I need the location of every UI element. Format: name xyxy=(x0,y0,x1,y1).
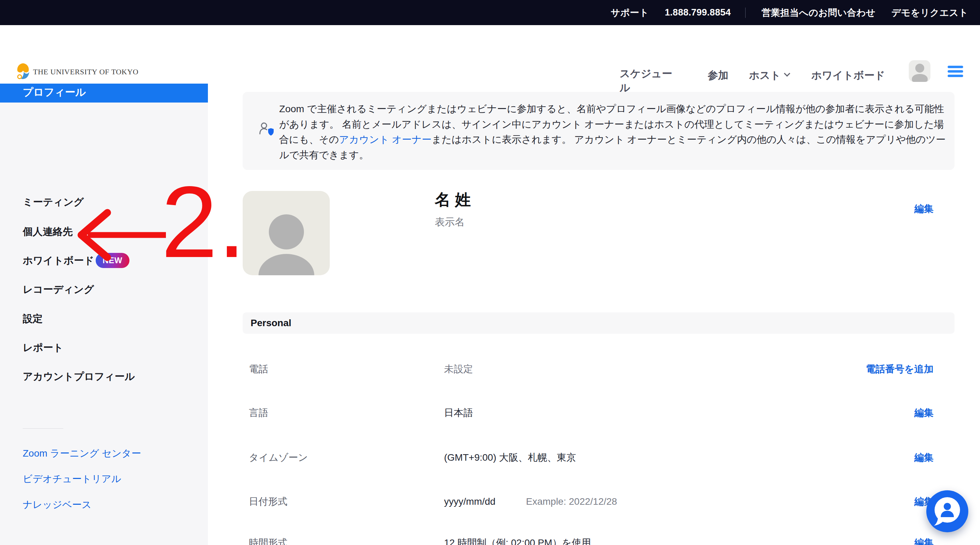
nav-host[interactable]: ホスト xyxy=(749,68,789,83)
hamburger-menu-icon[interactable] xyxy=(948,66,963,79)
sidebar-item-recordings[interactable]: レコーディング xyxy=(23,283,94,296)
sidebar-item-profile[interactable]: プロフィール xyxy=(0,84,208,103)
table-row-language: 言語 日本語 編集 xyxy=(0,406,980,420)
university-logo-text: THE UNIVERSITY OF TOKYO xyxy=(33,67,138,76)
account-owner-link[interactable]: アカウント オーナー xyxy=(339,134,432,145)
sidebar-divider xyxy=(23,428,63,429)
new-badge: NEW xyxy=(96,253,129,268)
top-utility-links: サポート 1.888.799.8854 営業担当へのお問い合わせ デモをリクエス… xyxy=(611,0,968,25)
table-row-timezone: タイムゾーン (GMT+9:00) 大阪、札幌、東京 編集 xyxy=(0,451,980,464)
support-chat-button[interactable] xyxy=(926,490,968,532)
row-label: 時間形式 xyxy=(249,536,288,545)
hamburger-bar xyxy=(948,66,963,68)
row-label: 言語 xyxy=(249,406,268,420)
add-phone-button[interactable]: 電話番号を追加 xyxy=(866,362,934,376)
row-value: yyyy/mm/dd xyxy=(444,495,495,508)
chevron-down-icon xyxy=(784,70,790,76)
row-label: 電話 xyxy=(249,362,268,376)
row-label: タイムゾーン xyxy=(249,451,308,464)
avatar-person-body xyxy=(259,254,314,275)
nav-join[interactable]: 参加 xyxy=(708,68,729,83)
chat-bubble-person-icon xyxy=(926,490,968,532)
sidebar-item-contacts[interactable]: 個人連絡先 xyxy=(23,225,73,238)
row-value: 未設定 xyxy=(444,362,473,376)
row-value: 12 時間制（例: 02:00 PM）を使用 xyxy=(444,536,591,545)
user-avatar[interactable] xyxy=(909,60,931,82)
row-value: 日本語 xyxy=(444,406,473,420)
profile-visibility-banner: Zoom で主催されるミーティングまたはウェビナーに参加すると、名前やプロフィー… xyxy=(243,92,955,170)
banner-text: Zoom で主催されるミーティングまたはウェビナーに参加すると、名前やプロフィー… xyxy=(279,101,946,162)
sidebar-item-meetings[interactable]: ミーティング xyxy=(23,195,84,209)
avatar-person-icon xyxy=(915,64,924,73)
table-row-phone: 電話 未設定 電話番号を追加 xyxy=(0,362,980,376)
request-demo-link[interactable]: デモをリクエスト xyxy=(891,6,968,19)
edit-timezone-button[interactable]: 編集 xyxy=(914,451,934,464)
personal-section-title: Personal xyxy=(251,312,291,334)
personal-section-header: Personal xyxy=(243,312,955,334)
nav-schedule[interactable]: スケジュール xyxy=(620,67,674,95)
row-example: Example: 2022/12/28 xyxy=(526,495,617,508)
display-name-label: 表示名 xyxy=(435,215,465,229)
table-row-date-format: 日付形式 yyyy/mm/dd Example: 2022/12/28 編集 xyxy=(0,495,980,508)
contact-sales-link[interactable]: 営業担当へのお問い合わせ xyxy=(761,6,875,19)
profile-name: 名 姓 xyxy=(435,189,471,211)
sidebar-item-whiteboard[interactable]: ホワイトボード xyxy=(23,254,94,267)
avatar-person-body xyxy=(912,74,928,82)
edit-language-button[interactable]: 編集 xyxy=(914,406,934,420)
top-utility-bar: サポート 1.888.799.8854 営業担当へのお問い合わせ デモをリクエス… xyxy=(0,0,980,25)
nav-host-label: ホスト xyxy=(749,70,781,81)
university-logo[interactable]: THE UNIVERSITY OF TOKYO xyxy=(16,63,138,81)
sidebar-item-label: プロフィール xyxy=(23,84,86,103)
site-header: THE UNIVERSITY OF TOKYO スケジュール 参加 ホスト ホワ… xyxy=(0,25,980,84)
ginkgo-leaf-icon xyxy=(16,63,30,81)
support-phone[interactable]: 1.888.799.8854 xyxy=(665,7,731,18)
person-shield-icon xyxy=(259,121,275,138)
nav-whiteboard[interactable]: ホワイトボード xyxy=(811,68,885,83)
avatar-person-icon xyxy=(269,215,304,249)
sidebar-item-settings[interactable]: 設定 xyxy=(23,312,43,326)
support-link[interactable]: サポート xyxy=(611,6,649,19)
table-row-time-format: 時間形式 12 時間制（例: 02:00 PM）を使用 編集 xyxy=(0,536,980,545)
edit-time-format-button[interactable]: 編集 xyxy=(914,536,934,545)
hamburger-bar xyxy=(948,70,963,73)
topbar-divider xyxy=(745,8,746,18)
sidebar: プロフィール ミーティング 個人連絡先 ホワイトボード NEW レコーディング … xyxy=(0,84,208,545)
sidebar-item-reports[interactable]: レポート xyxy=(23,341,63,354)
row-label: 日付形式 xyxy=(249,495,288,508)
sidebar-link-video-tutorials[interactable]: ビデオチュートリアル xyxy=(23,472,121,486)
hamburger-bar xyxy=(948,75,963,77)
profile-edit-button[interactable]: 編集 xyxy=(914,202,934,215)
row-value: (GMT+9:00) 大阪、札幌、東京 xyxy=(444,451,576,464)
profile-avatar[interactable] xyxy=(243,191,330,275)
